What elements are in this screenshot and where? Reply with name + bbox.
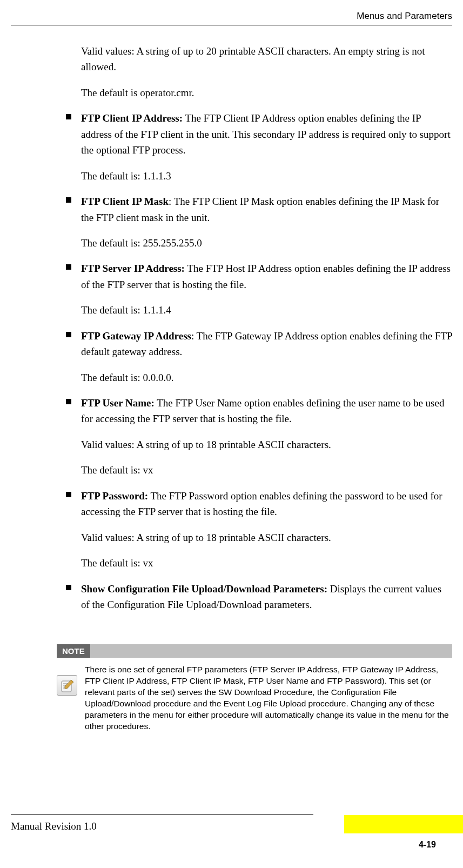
page-number: 4-19	[419, 840, 436, 850]
item-title: FTP User Name:	[81, 397, 155, 409]
item-text: FTP Password: The FTP Password option en…	[81, 488, 452, 520]
item-followup: Valid values: A string of up to 18 print…	[81, 530, 452, 545]
list-item: FTP Client IP Address: The FTP Client IP…	[81, 110, 452, 184]
footer-rule	[11, 814, 313, 815]
note-label: NOTE	[57, 644, 90, 658]
note-text: There is one set of general FTP paramete…	[85, 664, 452, 732]
intro-default: The default is operator.cmr.	[81, 85, 452, 101]
item-text: FTP Gateway IP Address: The FTP Gateway …	[81, 328, 452, 360]
item-text: FTP Client IP Address: The FTP Client IP…	[81, 110, 452, 158]
bullet-icon	[66, 264, 71, 270]
footer-revision: Manual Revision 1.0	[11, 820, 97, 832]
note-header: NOTE	[57, 644, 452, 658]
item-text: FTP Server IP Address: The FTP Host IP A…	[81, 261, 452, 292]
bullet-icon	[66, 197, 71, 203]
list-item: FTP User Name: The FTP User Name option …	[81, 395, 452, 478]
list-item: FTP Password: The FTP Password option en…	[81, 488, 452, 571]
header-section-title: Menus and Parameters	[357, 11, 452, 22]
header-rule	[11, 25, 452, 25]
bullet-icon	[66, 332, 71, 337]
intro-valid-values: Valid values: A string of up to 20 print…	[81, 43, 452, 75]
item-text: FTP Client IP Mask: The FTP Client IP Ma…	[81, 193, 452, 225]
bullet-icon	[66, 399, 71, 404]
item-title: FTP Client IP Mask	[81, 196, 169, 207]
footer-highlight-bar	[344, 815, 463, 833]
list-item: FTP Gateway IP Address: The FTP Gateway …	[81, 328, 452, 385]
bullet-icon	[66, 585, 71, 590]
item-followup: The default is: 0.0.0.0.	[81, 370, 452, 385]
note-header-bar	[90, 644, 452, 658]
item-title: FTP Gateway IP Address	[81, 330, 191, 342]
item-text: Show Configuration File Upload/Download …	[81, 581, 452, 613]
note-block: NOTE There is one set of general FTP par…	[57, 644, 452, 732]
item-text: FTP User Name: The FTP User Name option …	[81, 395, 452, 427]
note-pencil-icon	[57, 675, 77, 696]
item-followup: The default is: vx	[81, 462, 452, 478]
list-item: Show Configuration File Upload/Download …	[81, 581, 452, 613]
item-followup: Valid values: A string of up to 18 print…	[81, 437, 452, 452]
item-followup: The default is: vx	[81, 555, 452, 571]
item-followup: The default is: 255.255.255.0	[81, 235, 452, 251]
bullet-icon	[66, 492, 71, 497]
main-content: Valid values: A string of up to 20 print…	[81, 43, 452, 622]
item-followup: The default is: 1.1.1.3	[81, 168, 452, 184]
item-title: FTP Server IP Address:	[81, 263, 185, 274]
item-title: FTP Client IP Address:	[81, 112, 183, 124]
item-title: Show Configuration File Upload/Download …	[81, 583, 327, 595]
bullet-icon	[66, 114, 71, 119]
list-item: FTP Server IP Address: The FTP Host IP A…	[81, 261, 452, 318]
note-body: There is one set of general FTP paramete…	[57, 658, 452, 732]
item-followup: The default is: 1.1.1.4	[81, 302, 452, 318]
item-title: FTP Password:	[81, 490, 148, 502]
list-item: FTP Client IP Mask: The FTP Client IP Ma…	[81, 193, 452, 251]
